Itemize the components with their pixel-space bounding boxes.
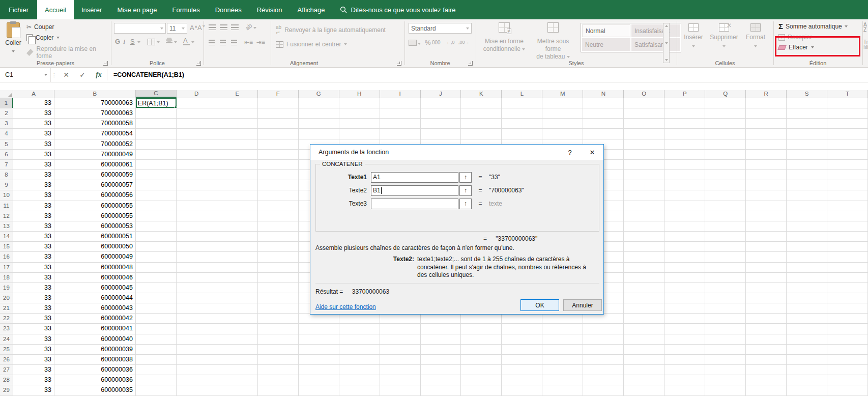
cell-L1[interactable] [502, 98, 542, 108]
cell-H29[interactable] [339, 385, 380, 395]
cell-A27[interactable]: 33 [13, 365, 54, 375]
cell-E25[interactable] [217, 345, 258, 354]
column-header-E[interactable]: E [217, 90, 258, 98]
cell-B23[interactable]: 600000041 [54, 324, 136, 333]
cell-R11[interactable] [746, 201, 787, 211]
cell-H26[interactable] [339, 355, 380, 364]
cell-F5[interactable] [258, 139, 299, 149]
cell-D20[interactable] [177, 293, 217, 303]
cell-I4[interactable] [380, 129, 421, 138]
cell-K24[interactable] [461, 334, 502, 344]
cell-R4[interactable] [746, 129, 787, 138]
formula-input[interactable]: =CONCATENER(A1;B1) [107, 68, 868, 82]
cell-R27[interactable] [746, 365, 787, 375]
cell-A26[interactable]: 33 [13, 355, 54, 364]
cell-N28[interactable] [583, 375, 624, 385]
cell-R23[interactable] [746, 324, 787, 333]
cell-O4[interactable] [624, 129, 664, 138]
cell-M29[interactable] [542, 385, 583, 395]
cell-O1[interactable] [624, 98, 664, 108]
cell-C20[interactable] [136, 293, 177, 303]
cell-B28[interactable]: 600000036 [54, 375, 136, 385]
row-header-21[interactable]: 21 [0, 303, 13, 313]
cell-A16[interactable]: 33 [13, 252, 54, 262]
row-header-7[interactable]: 7 [0, 160, 13, 169]
cell-C22[interactable] [136, 314, 177, 323]
column-header-C[interactable]: C [136, 90, 177, 98]
cell-S20[interactable] [787, 293, 827, 303]
row-header-29[interactable]: 29 [0, 385, 13, 395]
cell-O20[interactable] [624, 293, 664, 303]
cell-O26[interactable] [624, 355, 664, 364]
cell-A6[interactable]: 33 [13, 150, 54, 159]
cell-T20[interactable] [827, 293, 868, 303]
cell-E3[interactable] [217, 119, 258, 128]
cell-Q22[interactable] [705, 314, 746, 323]
cell-G3[interactable] [299, 119, 339, 128]
cell-S25[interactable] [787, 345, 827, 354]
cell-J1[interactable] [421, 98, 461, 108]
cell-L27[interactable] [502, 365, 542, 375]
cell-Q18[interactable] [705, 273, 746, 282]
cell-B11[interactable]: 600000055 [54, 201, 136, 211]
cell-P25[interactable] [664, 345, 705, 354]
cell-S29[interactable] [787, 385, 827, 395]
column-header-K[interactable]: K [461, 90, 502, 98]
cell-Q21[interactable] [705, 303, 746, 313]
cell-D12[interactable] [177, 211, 217, 221]
cell-C10[interactable] [136, 190, 177, 200]
cell-P1[interactable] [664, 98, 705, 108]
cell-B13[interactable]: 600000053 [54, 221, 136, 231]
cell-A14[interactable]: 33 [13, 232, 54, 241]
cell-T24[interactable] [827, 334, 868, 344]
cell-C1[interactable]: ER(A1;B1) [136, 98, 177, 108]
underline-button[interactable]: S [130, 38, 135, 45]
cell-I29[interactable] [380, 385, 421, 395]
cell-T28[interactable] [827, 375, 868, 385]
cell-P11[interactable] [664, 201, 705, 211]
cell-T9[interactable] [827, 180, 868, 190]
cell-A12[interactable]: 33 [13, 211, 54, 221]
cell-R6[interactable] [746, 150, 787, 159]
cell-Q27[interactable] [705, 365, 746, 375]
cell-P27[interactable] [664, 365, 705, 375]
cell-A2[interactable]: 33 [13, 108, 54, 118]
cell-I24[interactable] [380, 334, 421, 344]
cell-T5[interactable] [827, 139, 868, 149]
cell-F18[interactable] [258, 273, 299, 282]
cell-E28[interactable] [217, 375, 258, 385]
function-help-link[interactable]: Aide sur cette fonction [315, 303, 376, 310]
row-header-28[interactable]: 28 [0, 375, 13, 385]
cell-A23[interactable]: 33 [13, 324, 54, 333]
copy-button[interactable]: Copier [26, 34, 60, 41]
tab-donnees[interactable]: Données [208, 0, 249, 19]
row-header-27[interactable]: 27 [0, 365, 13, 375]
enter-formula-button[interactable]: ✓ [74, 68, 91, 82]
cell-C19[interactable] [136, 283, 177, 293]
dialog-close-button[interactable]: ✕ [581, 145, 603, 160]
cell-G22[interactable] [299, 314, 339, 323]
cell-Q13[interactable] [705, 221, 746, 231]
cell-O6[interactable] [624, 150, 664, 159]
cell-F19[interactable] [258, 283, 299, 293]
cell-D15[interactable] [177, 242, 217, 251]
number-dialog-launcher[interactable] [468, 61, 473, 66]
cell-C27[interactable] [136, 365, 177, 375]
cell-R1[interactable] [746, 98, 787, 108]
cell-S14[interactable] [787, 232, 827, 241]
tab-mise-en-page[interactable]: Mise en page [109, 0, 164, 19]
cell-Q3[interactable] [705, 119, 746, 128]
column-header-R[interactable]: R [746, 90, 787, 98]
cell-Q15[interactable] [705, 242, 746, 251]
ok-button[interactable]: OK [520, 299, 559, 311]
cell-R12[interactable] [746, 211, 787, 221]
cell-O8[interactable] [624, 170, 664, 180]
autosum-button[interactable]: Σ Somme automatique [778, 22, 848, 31]
cell-B12[interactable]: 600000055 [54, 211, 136, 221]
cell-D22[interactable] [177, 314, 217, 323]
cell-R26[interactable] [746, 355, 787, 364]
row-header-24[interactable]: 24 [0, 334, 13, 344]
column-header-Q[interactable]: Q [705, 90, 746, 98]
column-header-M[interactable]: M [542, 90, 583, 98]
number-format-combo[interactable]: Standard [409, 23, 472, 34]
